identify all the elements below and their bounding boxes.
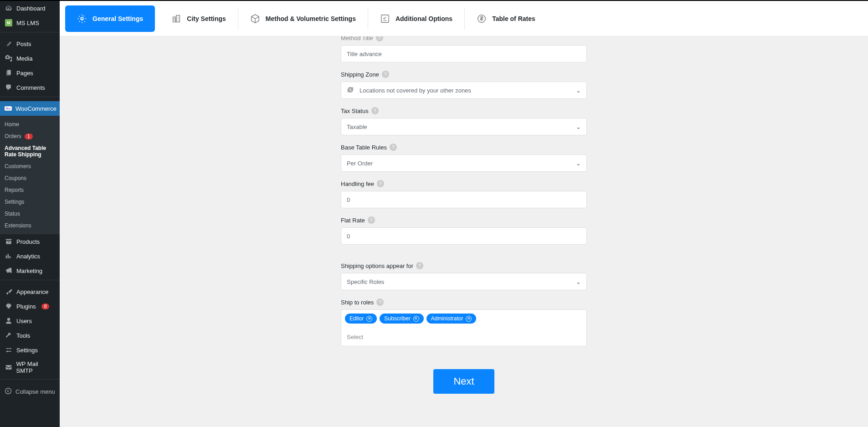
submenu-orders[interactable]: Orders 1 <box>0 130 60 142</box>
submenu-advanced-table-rate[interactable]: Advanced Table Rate Shipping <box>0 142 60 160</box>
tab-label: Additional Options <box>395 15 452 22</box>
label-flat-rate: Flat Rate ? <box>341 216 587 224</box>
sidebar-item-marketing[interactable]: Marketing <box>0 263 60 278</box>
sidebar-label: Comments <box>16 84 45 91</box>
sidebar-item-wpmail[interactable]: WP Mail SMTP <box>0 357 60 377</box>
megaphone-icon <box>5 267 13 275</box>
sidebar-label: Posts <box>16 41 31 47</box>
ms-icon: M <box>5 19 13 27</box>
checklist-icon <box>380 14 390 24</box>
bars-icon <box>5 252 13 260</box>
sidebar-item-tools[interactable]: Tools <box>0 328 60 343</box>
sidebar-item-woocommerce[interactable]: Woo WooCommerce <box>0 101 60 116</box>
sidebar-item-plugins[interactable]: Plugins 8 <box>0 299 60 314</box>
sidebar-item-analytics[interactable]: Analytics <box>0 249 60 263</box>
tab-general-settings[interactable]: General Settings <box>65 5 155 32</box>
admin-sidebar: Dashboard M MS LMS Posts Media Pages Com… <box>0 1 60 427</box>
sidebar-item-mslms[interactable]: M MS LMS <box>0 15 60 30</box>
sidebar-label: Tools <box>16 332 30 339</box>
tab-label: Table of Rates <box>492 15 535 22</box>
sidebar-item-dashboard[interactable]: Dashboard <box>0 1 60 15</box>
role-tag-editor[interactable]: Editor✕ <box>345 314 377 324</box>
sidebar-item-media[interactable]: Media <box>0 51 60 66</box>
help-icon[interactable]: ? <box>390 144 397 151</box>
collapse-icon <box>5 387 12 396</box>
sidebar-label: Pages <box>16 70 33 77</box>
submenu-home[interactable]: Home <box>0 118 60 130</box>
tab-additional-options[interactable]: Additional Options <box>368 8 465 30</box>
archive-icon <box>5 237 13 246</box>
sidebar-label: WP Mail SMTP <box>16 360 55 374</box>
method-title-input[interactable] <box>341 45 587 62</box>
help-icon[interactable]: ? <box>377 180 384 187</box>
next-button[interactable]: Next <box>433 369 494 394</box>
field-appear-for: Shipping options appear for ? Specific R… <box>341 262 587 290</box>
label-ship-to-roles: Ship to roles ? <box>341 298 587 306</box>
submenu-coupons[interactable]: Coupons <box>0 172 60 184</box>
submenu-settings[interactable]: Settings <box>0 196 60 208</box>
help-icon[interactable]: ? <box>416 262 423 269</box>
tabs-bar: General Settings City Settings Method & … <box>60 1 868 36</box>
tab-label: Method & Volumetric Settings <box>266 15 356 22</box>
field-shipping-zone: Shipping Zone ? Locations not covered by… <box>341 71 587 99</box>
help-icon[interactable]: ? <box>376 36 383 41</box>
chevron-down-icon: ⌄ <box>576 123 581 130</box>
remove-icon[interactable]: ✕ <box>413 316 419 322</box>
submenu-status[interactable]: Status <box>0 208 60 220</box>
remove-icon[interactable]: ✕ <box>366 316 372 322</box>
ship-to-roles-select[interactable]: Editor✕ Subscriber✕ Administrator✕ Selec… <box>341 309 587 346</box>
separator <box>0 32 60 35</box>
sidebar-item-comments[interactable]: Comments <box>0 80 60 95</box>
plug-icon <box>5 302 13 310</box>
sidebar-item-users[interactable]: Users <box>0 314 60 328</box>
flat-rate-input[interactable] <box>341 227 587 245</box>
main-content: General Settings City Settings Method & … <box>60 1 868 427</box>
submenu-reports[interactable]: Reports <box>0 184 60 196</box>
svg-text:Woo: Woo <box>5 107 11 110</box>
submenu-extensions[interactable]: Extensions <box>0 220 60 232</box>
tab-label: General Settings <box>92 15 143 22</box>
separator <box>0 379 60 382</box>
form-scroll[interactable]: Method Title ? Shipping Zone ? Locations… <box>60 36 868 427</box>
orders-badge: 1 <box>25 134 33 139</box>
appear-for-select[interactable]: Specific Roles ⌄ <box>341 273 587 290</box>
sidebar-item-pages[interactable]: Pages <box>0 66 60 80</box>
collapse-menu[interactable]: Collapse menu <box>0 384 60 400</box>
separator <box>0 97 60 99</box>
role-tag-subscriber[interactable]: Subscriber✕ <box>380 314 423 324</box>
help-icon[interactable]: ? <box>376 298 384 306</box>
tax-status-select[interactable]: Taxable ⌄ <box>341 118 587 135</box>
tab-city-settings[interactable]: City Settings <box>159 8 238 30</box>
tab-method-volumetric[interactable]: Method & Volumetric Settings <box>238 8 368 30</box>
sidebar-item-posts[interactable]: Posts <box>0 36 60 51</box>
help-icon[interactable]: ? <box>382 71 389 78</box>
sidebar-item-appearance[interactable]: Appearance <box>0 284 60 299</box>
svg-rect-4 <box>173 17 176 22</box>
field-base-table-rules: Base Table Rules ? Per Order ⌄ <box>341 144 587 172</box>
sidebar-item-products[interactable]: Products <box>0 234 60 249</box>
shipping-zone-select[interactable]: Locations not covered by your other zone… <box>341 82 587 99</box>
form: Method Title ? Shipping Zone ? Locations… <box>341 36 587 412</box>
user-icon <box>5 317 13 325</box>
base-table-rules-select[interactable]: Per Order ⌄ <box>341 154 587 172</box>
sidebar-item-settings[interactable]: Settings <box>0 343 60 357</box>
help-icon[interactable]: ? <box>371 107 379 114</box>
pin-icon <box>5 40 13 48</box>
remove-icon[interactable]: ✕ <box>466 316 472 322</box>
label-method-title: Method Title ? <box>341 36 587 41</box>
handling-fee-input[interactable] <box>341 191 587 208</box>
sidebar-label: Appearance <box>16 288 48 295</box>
select-placeholder[interactable]: Select <box>345 332 583 342</box>
label-shipping-zone: Shipping Zone ? <box>341 71 587 78</box>
tab-table-of-rates[interactable]: Table of Rates <box>465 8 547 30</box>
submenu-customers[interactable]: Customers <box>0 160 60 172</box>
wrench-icon <box>5 331 13 340</box>
sidebar-label: Dashboard <box>16 5 46 12</box>
sidebar-label: Analytics <box>16 253 40 260</box>
sidebar-label: Settings <box>16 347 38 354</box>
woocommerce-submenu: Home Orders 1 Advanced Table Rate Shippi… <box>0 116 60 234</box>
role-tag-administrator[interactable]: Administrator✕ <box>426 314 477 324</box>
sidebar-label: Plugins <box>16 303 36 310</box>
help-icon[interactable]: ? <box>368 216 375 224</box>
selected-tags: Editor✕ Subscriber✕ Administrator✕ <box>345 314 583 324</box>
